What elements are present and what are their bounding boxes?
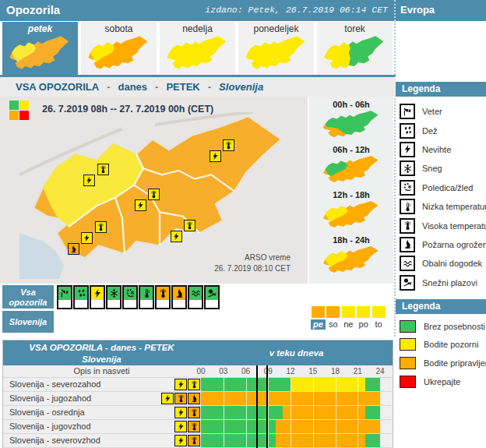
legend-item-label: Obalni dogodek [422, 259, 482, 268]
timeline-gridline [246, 378, 247, 391]
desc-column-header: Opis in nasveti [3, 366, 200, 376]
level-item-red: Ukrepajte [396, 372, 486, 391]
row-region-label[interactable]: Slovenija - osrednja [9, 407, 85, 417]
row-timeline [201, 420, 380, 433]
timeline-gridline [336, 406, 336, 419]
hour-tick-03: 03 [216, 367, 231, 376]
level-item-green: Brez posebnosti [396, 317, 486, 336]
legend-item-label: Dež [422, 126, 438, 136]
row-warning-icons [157, 407, 200, 421]
timeline-gridline [246, 406, 247, 419]
timeline-gridline [224, 434, 224, 447]
legend-item-temp_low: Nizka temperatura [396, 197, 486, 216]
hour-tick-09: 09 [260, 367, 276, 376]
day-cell-po[interactable]: po [356, 306, 371, 330]
day-label[interactable]: to [372, 319, 386, 330]
timeline-gridline [336, 392, 336, 405]
timeline-gridline [224, 420, 224, 433]
storm-icon [400, 142, 415, 157]
timeline-segment-yellow [291, 378, 365, 391]
tab-petek[interactable]: petek [2, 22, 78, 75]
legend-item-snow: Sneg [396, 159, 486, 178]
row-timeline [201, 406, 380, 419]
row-region-label[interactable]: Slovenija - severovzhod [9, 436, 100, 445]
day-label[interactable]: so [326, 319, 340, 330]
timeline-gridline [357, 392, 358, 405]
rain-icon [75, 287, 87, 300]
timeline-segment-green [201, 406, 283, 419]
table-subtitle: Slovenija [3, 354, 200, 365]
day-level-swatch[interactable] [357, 306, 370, 318]
tab-sobota[interactable]: sobota [81, 22, 157, 75]
coast-icon [189, 287, 202, 300]
credit-source: ARSO vreme [214, 252, 291, 263]
day-level-swatch[interactable] [372, 306, 386, 318]
wind-icon [58, 287, 71, 300]
tab-nedelja[interactable]: nedelja [160, 22, 235, 75]
level-swatch-red [400, 376, 416, 388]
day-cell-to[interactable]: to [372, 306, 386, 330]
table-row: Slovenija - osrednja [3, 406, 393, 420]
row-timeline [201, 392, 380, 405]
table-header: VSA OPOZORILA - danes - PETEK Slovenija … [3, 340, 393, 365]
title-today: danes [118, 81, 147, 93]
timeline-gridline [336, 420, 336, 433]
storm-marker-icon [81, 232, 93, 244]
legend-item-label: Visoka temperatura [422, 221, 486, 231]
tab-label: ponedeljek [238, 22, 314, 35]
tab-label: petek [2, 22, 78, 35]
time-map-icon [320, 245, 382, 277]
day-cell-so[interactable]: so [326, 306, 340, 330]
legend-types-header: Legenda [396, 82, 486, 97]
timeline-segment-green [365, 406, 380, 419]
temp_high-icon [188, 379, 200, 390]
tab-mini-map-icon [6, 35, 73, 74]
tab-label: sobota [81, 22, 157, 35]
header-bar: Opozorila izdano: Petek, 26.7.2019 06:14… [0, 0, 486, 21]
time-of-day-maps: 00h - 06h06h - 12h12h - 18h18h - 24h [309, 97, 393, 284]
all-warnings-label: Vsa opozorila [2, 285, 54, 309]
legend-item-label: Nizka temperatura [422, 202, 486, 211]
temp_high-marker-icon [148, 189, 160, 200]
table-row: Slovenija - severozahod [3, 378, 393, 392]
legend-item-storm: Nevihte [396, 140, 486, 159]
table-right-header: v teku dneva [200, 340, 393, 365]
day-label[interactable]: ne [341, 319, 356, 330]
row-region-label[interactable]: Slovenija - jugovzhod [9, 422, 91, 431]
timeline-segment-green [365, 434, 380, 447]
day-label[interactable]: pe [311, 319, 326, 330]
issued-timestamp: izdano: Petek, 26.7.2019 06:14 CET [205, 5, 388, 15]
timeline-gridline [246, 392, 247, 405]
timeline-gridline [224, 392, 224, 405]
hour-tick-00: 00 [193, 367, 209, 376]
legend-item-wind: Veter [396, 102, 486, 121]
temp_high-marker-icon [184, 220, 195, 231]
hour-tick-15: 15 [305, 367, 321, 376]
time-map-icon [320, 155, 382, 186]
credit-time: 26. 7.2019 08:10 CET [214, 263, 291, 274]
day-cell-ne[interactable]: ne [341, 306, 356, 330]
storm-marker-icon [83, 175, 95, 186]
day-level-swatch[interactable] [312, 306, 325, 318]
main-title: VSA OPOZORILA-danes-PETEK-Slovenija [0, 77, 396, 97]
day-cell-pe[interactable]: pe [311, 306, 326, 330]
day-level-swatch[interactable] [326, 306, 340, 318]
europe-link[interactable]: Evropa [400, 4, 435, 16]
timeline-gridline [268, 378, 269, 391]
legend-item-label: Požarna ogroženost [422, 240, 486, 249]
timeline-gridline [313, 378, 314, 391]
tab-torek[interactable]: torek [317, 22, 393, 75]
legend-item-ice: Poledica/žled [396, 178, 486, 197]
legend-item-rain: Dež [396, 121, 486, 139]
tab-ponedeljek[interactable]: ponedeljek [238, 22, 314, 75]
row-region-label[interactable]: Slovenija - severozahod [9, 379, 100, 389]
day-label[interactable]: po [356, 319, 371, 330]
wind-icon [400, 104, 415, 119]
table-row: Slovenija - severovzhod [3, 434, 393, 448]
row-timeline [201, 434, 380, 447]
time-map-label: 00h - 06h [309, 97, 393, 110]
day-level-swatch[interactable] [342, 306, 355, 318]
storm-icon [174, 379, 187, 390]
timeline-segment-green [201, 434, 276, 447]
row-region-label[interactable]: Slovenija - jugozahod [9, 393, 91, 403]
